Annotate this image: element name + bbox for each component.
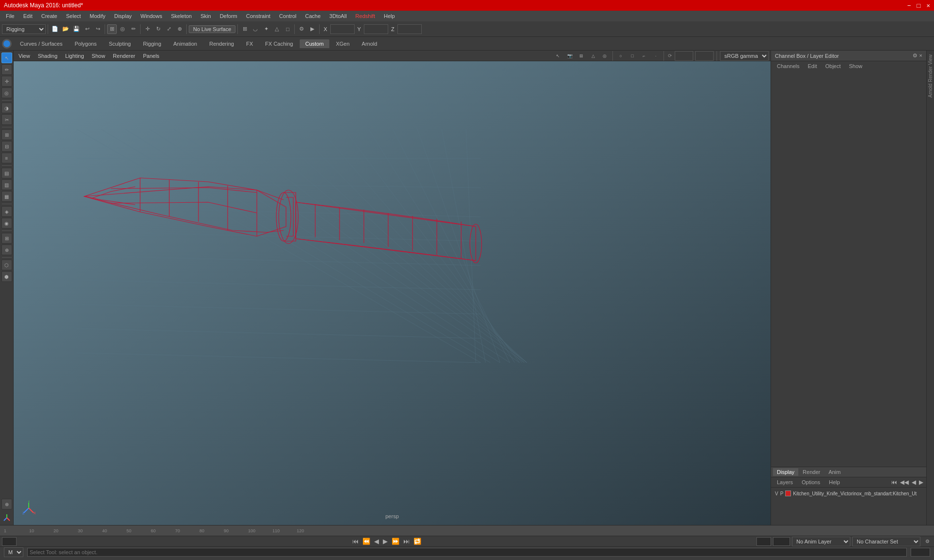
shelf-icon[interactable] xyxy=(2,39,12,49)
go-to-end-btn[interactable]: ⏭ xyxy=(402,538,411,545)
snap-curve-icon[interactable]: ◡ xyxy=(251,24,260,34)
command-line-input[interactable] xyxy=(27,548,907,557)
select-tool-btn[interactable]: ↖ xyxy=(1,52,12,63)
shelf-tab-custom[interactable]: Custom xyxy=(300,39,330,48)
layer-tab-anim[interactable]: Anim xyxy=(825,468,844,476)
layers-nav-first[interactable]: ⏮ xyxy=(890,479,898,486)
display-btn-3[interactable]: ≡ xyxy=(1,153,12,163)
rotate-icon[interactable]: ↻ xyxy=(153,24,163,34)
maximize-button[interactable]: □ xyxy=(917,2,921,9)
channel-box-close-icon[interactable]: × xyxy=(919,52,922,59)
layer-tab-render[interactable]: Render xyxy=(799,468,824,476)
menu-3dtoall[interactable]: 3DtoAll xyxy=(325,12,350,20)
time-ruler[interactable]: 1 10 20 30 40 50 60 70 80 90 100 110 120 xyxy=(0,525,934,536)
vp-icon-wireframe[interactable]: △ xyxy=(588,51,598,61)
viewport-3d[interactable]: persp Z X Y xyxy=(14,61,771,525)
vp-menu-show[interactable]: Show xyxy=(89,52,108,59)
layers-nav-prev[interactable]: ◀ xyxy=(911,479,917,486)
undo-icon[interactable]: ↩ xyxy=(82,24,92,34)
menu-control[interactable]: Control xyxy=(275,12,300,20)
scale-icon[interactable]: ⤢ xyxy=(164,24,174,34)
vp-menu-panels[interactable]: Panels xyxy=(140,52,162,59)
vp-icon-vert[interactable]: · xyxy=(651,51,661,61)
vp-menu-shading[interactable]: Shading xyxy=(35,52,60,59)
misc-btn-2[interactable]: ⬢ xyxy=(1,271,12,282)
layers-subtab-help[interactable]: Help xyxy=(825,478,844,486)
shelf-tab-fx-caching[interactable]: FX Caching xyxy=(259,39,299,48)
layers-nav-prev-prev[interactable]: ◀◀ xyxy=(899,479,910,486)
menu-deform[interactable]: Deform xyxy=(216,12,241,20)
vp-icon-smooth[interactable]: ◎ xyxy=(600,51,610,61)
shelf-tab-sculpting[interactable]: Sculpting xyxy=(103,39,137,48)
select-mode-icon[interactable]: ⊞ xyxy=(107,24,117,34)
shelf-tab-animation[interactable]: Animation xyxy=(167,39,203,48)
step-forward-btn[interactable]: ⏩ xyxy=(390,538,401,545)
range-end-input[interactable]: 200 xyxy=(773,537,790,546)
cb-tab-object[interactable]: Object xyxy=(821,62,844,70)
no-live-surface-button[interactable]: No Live Surface xyxy=(189,25,235,33)
layer-visibility-btn[interactable]: V xyxy=(775,491,778,496)
snap-view-icon[interactable]: □ xyxy=(283,24,292,34)
snap-grid-icon[interactable]: ⊞ xyxy=(240,24,250,34)
redo-icon[interactable]: ↪ xyxy=(93,24,103,34)
shelf-tab-rendering[interactable]: Rendering xyxy=(203,39,240,48)
go-to-start-btn[interactable]: ⏮ xyxy=(351,538,360,545)
shelf-tab-rigging[interactable]: Rigging xyxy=(137,39,167,48)
play-back-btn[interactable]: ◀ xyxy=(373,538,380,545)
shelf-tab-polygons[interactable]: Polygons xyxy=(69,39,102,48)
layers-subtab-options[interactable]: Options xyxy=(798,478,824,486)
layer-btn-1[interactable]: ▤ xyxy=(1,168,12,178)
menu-help[interactable]: Help xyxy=(380,12,399,20)
display-btn-2[interactable]: ⊟ xyxy=(1,141,12,152)
layers-subtab-layers[interactable]: Layers xyxy=(773,478,797,486)
menu-edit[interactable]: Edit xyxy=(19,12,36,20)
menu-cache[interactable]: Cache xyxy=(301,12,324,20)
loop-btn[interactable]: 🔁 xyxy=(412,538,423,545)
render-settings-icon[interactable]: ⚙ xyxy=(297,24,306,34)
menu-modify[interactable]: Modify xyxy=(86,12,109,20)
x-coord-input[interactable] xyxy=(330,24,355,34)
anim-layer-selector[interactable]: No Anim Layer xyxy=(792,537,850,546)
layer-playback-btn[interactable]: P xyxy=(780,491,784,496)
knife-tool-btn[interactable]: ✂ xyxy=(1,114,12,125)
shelf-tab-curves-surfaces[interactable]: Curves / Surfaces xyxy=(14,39,68,48)
character-set-settings-icon[interactable]: ⚙ xyxy=(922,537,932,546)
menu-create[interactable]: Create xyxy=(37,12,61,20)
snap-point-icon[interactable]: ✦ xyxy=(261,24,271,34)
snap-surface-icon[interactable]: △ xyxy=(272,24,282,34)
misc-btn-1[interactable]: ⬡ xyxy=(1,260,12,270)
sculpt-tool-btn[interactable]: ◑ xyxy=(1,103,12,113)
extra-btn-1[interactable]: ◈ xyxy=(1,206,12,217)
vp-menu-lighting[interactable]: Lighting xyxy=(62,52,87,59)
vp-icon-camera[interactable]: 📷 xyxy=(565,51,575,61)
layer-btn-3[interactable]: ▦ xyxy=(1,191,12,202)
end-frame-input[interactable]: 120 xyxy=(756,537,771,546)
vp-value-input[interactable]: 1.00 xyxy=(695,51,714,61)
cb-tab-channels[interactable]: Channels xyxy=(773,62,803,70)
axes-widget[interactable] xyxy=(1,512,12,523)
menu-skeleton[interactable]: Skeleton xyxy=(167,12,196,20)
vp-icon-grid[interactable]: ⊞ xyxy=(576,51,586,61)
layer-tab-display[interactable]: Display xyxy=(773,468,798,476)
channel-box-settings-icon[interactable]: ⚙ xyxy=(913,52,917,59)
play-forward-btn[interactable]: ▶ xyxy=(381,538,389,545)
character-set-selector[interactable]: No Character Set xyxy=(852,537,920,546)
layers-nav-next[interactable]: ▶ xyxy=(918,479,924,486)
extra-btn-2[interactable]: ◉ xyxy=(1,218,12,228)
vp-menu-renderer[interactable]: Renderer xyxy=(110,52,138,59)
menu-display[interactable]: Display xyxy=(110,12,136,20)
cb-tab-show[interactable]: Show xyxy=(845,62,866,70)
arnold-side-tab[interactable]: Arnold Render View xyxy=(928,51,933,102)
vp-icon-face[interactable]: □ xyxy=(628,51,637,61)
lasso-tool-btn[interactable]: ◎ xyxy=(1,88,12,98)
layer-color-swatch[interactable] xyxy=(785,490,791,496)
vp-icon-edge[interactable]: ⌐ xyxy=(639,51,649,61)
start-frame-input[interactable]: 1 xyxy=(2,537,17,546)
y-coord-input[interactable] xyxy=(364,24,388,34)
vp-icon-select[interactable]: ↖ xyxy=(553,51,563,61)
universal-manip-icon[interactable]: ⊕ xyxy=(175,24,184,34)
step-back-btn[interactable]: ⏪ xyxy=(361,538,372,545)
bottom-tool-btn[interactable]: ⊕ xyxy=(1,499,12,509)
menu-constraint[interactable]: Constraint xyxy=(242,12,274,20)
paint-select-icon[interactable]: ✏ xyxy=(128,24,138,34)
